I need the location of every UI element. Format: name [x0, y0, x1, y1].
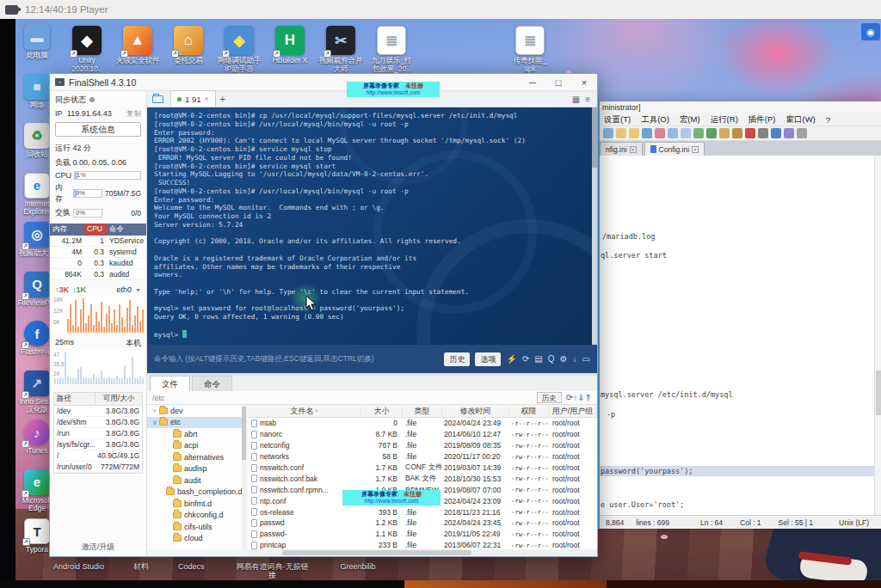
menu-item[interactable]: 设置(T) — [604, 114, 631, 126]
undo-icon[interactable] — [693, 128, 704, 138]
play-macro-icon[interactable] — [771, 128, 781, 138]
stop-macro-icon[interactable] — [758, 128, 768, 138]
record-macro-icon[interactable] — [745, 128, 755, 138]
notepad-titlebar[interactable]: ministrator] — [600, 101, 881, 113]
file-row[interactable]: passwd-1.1 KB.file2019/11/05 22:49-rw-r-… — [248, 529, 597, 540]
folder-icon[interactable] — [152, 95, 163, 103]
menu-item[interactable]: 运行(R) — [711, 114, 738, 126]
process-row[interactable]: 864K0.3auditd — [50, 269, 146, 280]
tree-item[interactable]: chkconfig.d — [147, 510, 242, 522]
close-tab-icon[interactable]: × — [692, 146, 699, 153]
column-header[interactable]: 类型 — [403, 406, 442, 417]
file-row[interactable]: printcap233 B.file2013/06/07 22:31-rw-r-… — [248, 540, 597, 549]
tree-item[interactable]: audisp — [147, 463, 242, 475]
file-row[interactable]: networks58 B.file2020/11/17 00:20-rw-r--… — [248, 451, 597, 462]
desktop-icon-house[interactable]: ⌂↗委托交易 — [166, 26, 211, 74]
terminal-scrollbar[interactable] — [592, 107, 597, 345]
tree-item[interactable]: abrt — [147, 428, 242, 440]
file-row[interactable]: os-release393 B.file2018/11/23 21:16-rw-… — [248, 506, 597, 518]
process-row[interactable]: 4M0.3systemd — [50, 247, 146, 258]
refresh-icon[interactable]: ⟳ — [522, 355, 529, 364]
tree-item[interactable]: ∨etc — [147, 417, 242, 429]
chevron-down-icon[interactable]: ▼ — [135, 287, 141, 293]
close-tab-icon[interactable]: × — [630, 146, 637, 153]
upload-icon[interactable]: ⇑ — [585, 393, 592, 402]
file-history-button[interactable]: 历史 — [537, 392, 562, 403]
find-icon[interactable] — [719, 128, 730, 138]
options-button[interactable]: 选项 — [475, 352, 501, 366]
screen-icon[interactable]: ▭ — [582, 355, 590, 364]
file-row[interactable]: nsswitch.conf1.7 KBCONF 文件2019/03/07 14:… — [248, 462, 597, 474]
desktop-icon-pc[interactable]: ▬此电脑 — [17, 24, 57, 74]
tree-item[interactable]: binfmt.d — [147, 498, 242, 510]
tree-item[interactable]: audit — [147, 475, 242, 487]
menu-item[interactable]: 窗口(W) — [786, 114, 815, 126]
maximize-button[interactable]: □ — [545, 74, 571, 91]
command-input[interactable]: 命令输入 (按ALT键提示历史,TAB键路径,ESC键返回,双击CTRL切换) — [154, 354, 439, 364]
lightning-icon[interactable]: ⚡ — [506, 355, 516, 364]
desktop-icon-unity[interactable]: ◆↗Unity 2020.10.. — [65, 26, 109, 74]
tree-scrollbar[interactable] — [242, 405, 246, 549]
desktop-icon-vidcut[interactable]: ✂↗视频裁剪合并 大师 — [318, 26, 363, 74]
activate-upgrade-link[interactable]: 激活/升级 — [50, 542, 146, 553]
tree-item[interactable]: bash_completion.d — [147, 487, 242, 499]
view-switch-icon[interactable] — [603, 128, 613, 138]
notepad-editor[interactable]: /mariadb.log ql.server start mysql.serve… — [600, 156, 874, 515]
settings-icon[interactable]: ⚙ — [560, 355, 568, 364]
replace-icon[interactable] — [732, 128, 742, 138]
refresh-icon[interactable]: ⟳ — [566, 393, 573, 402]
tabbar-tool-icon[interactable]: ≡ — [585, 95, 590, 104]
settings-icon[interactable] — [797, 128, 807, 138]
expand-arrow-icon[interactable]: > — [152, 407, 159, 414]
file-row[interactable]: nsswitch.conf.bak1.7 KBBAK 文件2018/10/30 … — [248, 473, 597, 484]
file-row[interactable]: netconfig767 B.file2019/08/09 08:35-rw-r… — [248, 440, 597, 451]
tree-item[interactable]: alternatives — [147, 451, 242, 463]
desktop-icon-label[interactable]: Greenbilib — [341, 563, 376, 580]
terminal[interactable]: [root@VM-0-2-centos bin]# cp /usr/local/… — [147, 107, 597, 345]
column-header[interactable]: 文件名 ^ — [248, 406, 361, 417]
download-icon[interactable]: ⇓ — [577, 393, 584, 402]
col-free-size[interactable]: 可用/大小 — [95, 393, 142, 405]
desktop-icon-label[interactable]: 网易有道词典-无损链接 — [234, 563, 311, 580]
menu-item[interactable]: ? — [826, 115, 830, 125]
column-header[interactable]: 权限 — [509, 406, 549, 417]
desktop-icon-netdbg[interactable]: ◈↗网络调试助手 IP助手器 — [217, 26, 262, 74]
tab-commands[interactable]: 命令 — [192, 376, 232, 391]
desktop-icon-label[interactable]: Android Studio — [53, 563, 104, 580]
process-row[interactable]: 00.3kauditd — [50, 258, 146, 269]
col-memory[interactable]: 内存 — [50, 224, 84, 236]
save-icon[interactable] — [629, 128, 639, 138]
desktop-icon-huorong[interactable]: ▲↗火绒安全软件 — [115, 26, 160, 74]
close-tab-icon[interactable]: × — [205, 95, 209, 103]
interface-select[interactable]: eth0 — [117, 285, 132, 294]
close-button[interactable]: × — [571, 74, 597, 91]
history-button[interactable]: 历史 — [444, 352, 470, 366]
save-all-icon[interactable] — [642, 128, 652, 138]
desktop-icon-doc[interactable]: ≣九刀娱乐_打 包效果_20.. — [369, 26, 414, 74]
new-tab-button[interactable]: + — [216, 91, 230, 107]
menu-item[interactable]: 工具(O) — [641, 114, 669, 126]
col-path[interactable]: 路径 — [54, 393, 95, 405]
col-command[interactable]: 命令 — [107, 224, 146, 236]
download-icon[interactable]: ↓ — [573, 355, 577, 364]
tabbar-tool-icon[interactable]: ▦ — [572, 95, 580, 104]
copy-icon[interactable] — [668, 128, 678, 138]
save-macro-icon[interactable] — [784, 128, 794, 138]
redo-icon[interactable] — [706, 128, 717, 138]
menu-item[interactable]: 宏(M) — [680, 114, 700, 126]
notepad-scrollbar[interactable] — [874, 156, 881, 515]
file-row[interactable]: passwd1.2 KB.file2024/04/24 23:45-rw-r--… — [248, 518, 597, 529]
column-header[interactable]: 大小 — [361, 406, 403, 417]
col-cpu[interactable]: CPU — [84, 224, 107, 236]
column-header[interactable]: 用户/用户组 — [549, 406, 597, 417]
clipboard-icon[interactable]: ▤ — [534, 355, 542, 364]
current-path[interactable]: /etc — [152, 394, 165, 402]
paste-icon[interactable] — [681, 128, 691, 138]
desktop-icon-label[interactable]: Codecs — [178, 563, 205, 580]
copy-ip-button[interactable]: 复制 — [126, 109, 141, 119]
finalshell-titlebar[interactable]: › FinalShell 4.3.10 ─ □ × — [50, 74, 597, 91]
menu-item[interactable]: 插件(P) — [749, 114, 776, 126]
process-row[interactable]: 41.2M1YDService — [50, 236, 146, 247]
cut-icon[interactable] — [655, 128, 665, 138]
desktop-icon-label[interactable]: 材料 — [133, 563, 149, 580]
